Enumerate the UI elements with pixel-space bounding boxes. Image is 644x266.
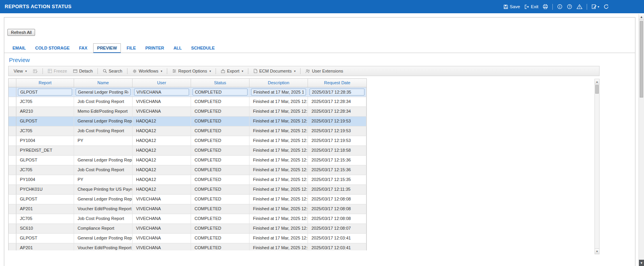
cell-name: Job Cost Posting Report [74,97,133,106]
table-row[interactable]: JC705Job Cost Posting ReportHADQA12COMPL… [8,126,367,136]
help-icon[interactable]: ? [567,4,572,9]
table-row[interactable]: JC705Job Cost Posting ReportVIVECHANACOM… [8,214,367,224]
tab-preview[interactable]: PREVIEW [93,43,121,53]
cell-report: GLPOST [16,234,74,243]
cell-input-description[interactable] [251,89,306,96]
warning-icon[interactable] [577,4,582,9]
search-button[interactable]: Search [101,68,124,74]
row-gutter[interactable] [9,185,16,194]
tab-cold-storage[interactable]: COLD STORAGE [32,44,73,53]
refresh-all-button[interactable]: Refresh All [7,29,35,36]
row-gutter[interactable] [9,214,16,223]
tab-email[interactable]: EMAIL [9,44,29,53]
cell-user: HADQA12 [133,185,191,194]
row-gutter[interactable] [9,234,16,243]
table-scrollbar[interactable]: ▲ ▼ [594,79,600,254]
form-options-button[interactable]: ▾ [591,4,599,9]
table-row[interactable]: AR210Memo Edit/Posting ReportVIVECHANACO… [8,107,367,117]
grid-body: JC705Job Cost Posting ReportVIVECHANACOM… [8,87,367,250]
cell-description: Finished at 17 Mar, 2025 12:15 [249,156,308,165]
row-gutter[interactable] [9,204,16,214]
table-row[interactable]: GLPOSTGeneral Ledger Posting ReportVIVEC… [8,234,367,243]
tab-all[interactable]: ALL [170,44,185,53]
detach-button[interactable]: Detach [71,68,95,74]
exit-label: Exit [531,4,538,9]
table-edit-button[interactable] [31,68,40,74]
row-gutter[interactable] [9,243,16,250]
workflows-menu-button[interactable]: Workflows ▾ [130,68,165,74]
cell-name: PY [74,175,133,184]
table-row[interactable]: PYREDIST_DETHADQA12COMPLETEDFinished at … [8,146,367,156]
cell-request-date: 2025/03/17 12:03:41 [308,234,366,243]
refresh-icon[interactable] [603,4,609,9]
table-row[interactable]: JC705Job Cost Posting ReportVIVECHANACOM… [8,97,367,107]
row-gutter[interactable] [9,107,16,116]
column-header-report[interactable]: Report [16,79,74,87]
row-gutter[interactable] [9,224,16,233]
table-row[interactable]: GLPOSTGeneral Ledger Posting ReportVIVEC… [8,195,367,204]
export-menu-button[interactable]: Export ▾ [219,68,245,74]
page-scrollbar-thumb[interactable] [640,21,643,98]
table-row[interactable]: SC610Compliance ReportVIVECHANACOMPLETED… [8,224,367,234]
cell-input-user[interactable] [134,89,189,96]
table-scroll-up-arrow[interactable]: ▲ [595,79,599,85]
table-row[interactable] [8,87,367,97]
report-options-menu-button[interactable]: Report Options ▾ [170,68,213,74]
table-row[interactable]: PY1004PYHADQA12COMPLETEDFinished at 17 M… [8,175,367,185]
column-header-user[interactable]: User [133,79,191,87]
row-gutter[interactable] [9,156,16,165]
table-row[interactable]: AP201Voucher Edit/Posting ReportVIVECHAN… [8,204,367,214]
cell-input-request-date[interactable] [310,89,364,96]
report-options-label: Report Options [178,69,207,73]
row-gutter[interactable] [9,136,16,145]
save-button[interactable]: Save [503,4,520,9]
cell-input-report[interactable] [18,89,72,96]
info-icon[interactable] [557,4,563,9]
column-header-name[interactable]: Name [74,79,133,87]
tab-printer[interactable]: PRINTER [142,44,168,53]
user-extensions-button[interactable]: User Extensions [303,68,345,74]
row-gutter[interactable] [9,195,16,204]
column-header-description[interactable]: Description [249,79,308,87]
chevron-down-icon: ▾ [294,69,295,73]
table-row[interactable]: GLPOSTGeneral Ledger Posting ReportHADQA… [8,117,367,126]
cell-user: VIVECHANA [133,97,191,106]
table-scroll-down-arrow[interactable]: ▼ [595,248,599,254]
ecm-documents-menu-button[interactable]: ECM Documents ▾ [251,68,297,74]
cell-report [16,87,74,97]
cell-name: General Ledger Posting Report [74,195,133,204]
table-row[interactable]: PY1004PYHADQA12COMPLETEDFinished at 17 M… [8,136,367,146]
page-scrollbar[interactable]: ▲ ▼ [639,14,644,266]
tab-fax[interactable]: FAX [76,44,91,53]
column-header-status[interactable]: Status [191,79,249,87]
table-row[interactable]: GLPOSTGeneral Ledger Posting ReportHADQA… [8,156,367,165]
page-scroll-down-arrow[interactable]: ▼ [639,260,644,266]
row-gutter[interactable] [9,87,16,97]
cell-report: AR210 [16,107,74,116]
row-gutter[interactable] [9,97,16,106]
freeze-button[interactable]: Freeze [46,68,69,74]
row-gutter[interactable] [9,175,16,184]
column-header-request-date[interactable]: Request Date [308,79,366,87]
row-gutter[interactable] [9,117,16,126]
cell-name: Memo Edit/Posting Report [74,107,133,116]
row-gutter[interactable] [9,126,16,136]
toolbar-separator [42,68,43,74]
row-gutter[interactable] [9,165,16,175]
cell-user: VIVECHANA [133,214,191,223]
table-row[interactable]: AP201Voucher Edit/Posting ReportVIVECHAN… [8,243,367,250]
print-icon[interactable] [543,4,548,9]
tab-schedule[interactable]: SCHEDULE [188,44,218,53]
tab-file[interactable]: FILE [123,44,140,53]
table-row[interactable]: PYCHK01UCheque Printing for US PayrollHA… [8,185,367,195]
cell-input-status[interactable] [193,89,248,96]
row-gutter[interactable] [9,146,16,155]
chevron-down-icon: ▾ [209,69,211,73]
table-row[interactable]: JC705Job Cost Posting ReportHADQA12COMPL… [8,165,367,175]
exit-button[interactable]: Exit [524,4,538,9]
toolbar-separator [216,68,216,74]
page-scroll-up-arrow[interactable]: ▲ [639,14,644,20]
cell-input-name[interactable] [76,89,131,96]
view-menu-button[interactable]: View ▾ [12,68,29,74]
table-scrollbar-thumb[interactable] [595,85,599,94]
